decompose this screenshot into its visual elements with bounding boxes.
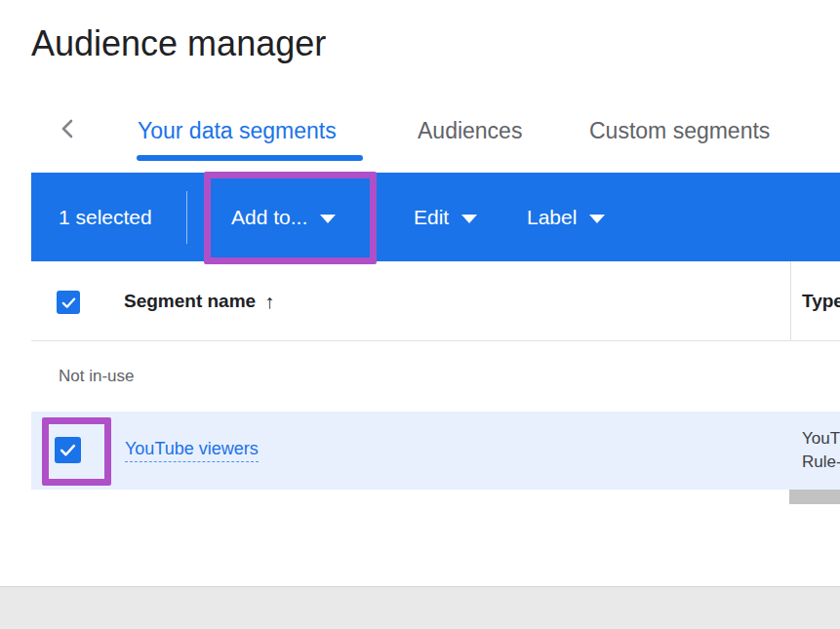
horizontal-scrollbar[interactable]: [789, 490, 840, 504]
segment-name-header-label: Segment name: [124, 291, 256, 312]
checkmark-icon: [59, 441, 77, 459]
footer-area: [0, 586, 840, 629]
add-to-label: Add to...: [231, 206, 307, 229]
segment-name-column-header[interactable]: Segment name ↑: [124, 261, 274, 341]
label-button[interactable]: Label: [527, 173, 605, 261]
edit-label: Edit: [414, 206, 449, 229]
type-cell: YouTube users Rule-based: [802, 427, 840, 474]
group-label: Not in-use: [59, 341, 134, 412]
sort-ascending-icon: ↑: [264, 291, 274, 313]
group-row: [31, 341, 840, 412]
dropdown-caret-icon: [589, 215, 605, 223]
chevron-left-icon: [57, 115, 80, 142]
type-column-header[interactable]: Type: [802, 261, 840, 341]
add-to-button[interactable]: Add to...: [231, 173, 336, 261]
back-button[interactable]: [53, 113, 84, 144]
dropdown-caret-icon: [461, 215, 477, 223]
selected-count: 1 selected: [59, 173, 152, 261]
segment-name-cell: YouTube viewers: [125, 412, 259, 490]
row-checkbox[interactable]: [55, 437, 81, 463]
select-all-checkbox[interactable]: [57, 291, 80, 314]
dropdown-caret-icon: [320, 215, 336, 223]
label-label: Label: [527, 206, 577, 229]
checkmark-icon: [60, 295, 77, 311]
type-line-2: Rule-based: [802, 451, 840, 474]
active-tab-indicator: [137, 155, 363, 161]
page-title: Audience manager: [31, 23, 326, 64]
tab-custom-segments[interactable]: Custom segments: [589, 109, 770, 152]
tab-audiences[interactable]: Audiences: [418, 109, 522, 152]
action-bar-divider: [186, 191, 187, 244]
tab-your-data-segments[interactable]: Your data segments: [138, 109, 337, 152]
edit-button[interactable]: Edit: [414, 173, 477, 261]
segment-name-link[interactable]: YouTube viewers: [125, 439, 259, 462]
type-line-1: YouTube users: [802, 427, 840, 451]
